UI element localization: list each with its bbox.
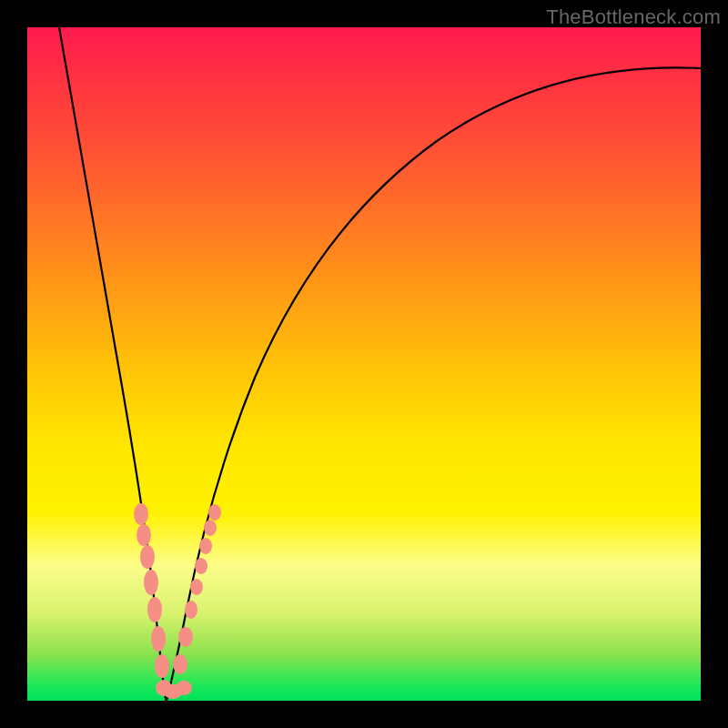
highlight-dot [147,597,162,622]
highlight-dot [136,524,151,546]
highlight-dot [204,520,217,536]
highlight-dot [190,579,203,595]
plot-area [27,27,701,701]
highlight-dot [195,558,207,574]
highlight-dot [208,504,221,521]
highlight-dot [199,538,212,554]
highlight-dot [134,503,148,525]
chart-frame: TheBottleneck.com [0,0,728,728]
highlight-dot [155,654,169,678]
highlight-dot [178,627,193,647]
highlight-dot [144,570,158,595]
watermark-text: TheBottleneck.com [546,5,721,29]
curve-right-branch [167,67,701,701]
highlight-dot [173,654,187,674]
highlight-dot [140,545,155,569]
highlight-dot [185,601,197,619]
highlight-dot [151,626,166,652]
highlight-dot [176,681,192,695]
curve-layer [27,27,701,701]
